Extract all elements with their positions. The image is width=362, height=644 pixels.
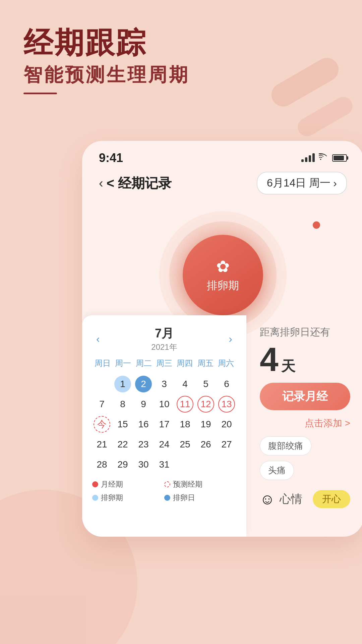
- add-record-link[interactable]: 点击添加 >: [260, 417, 350, 430]
- legend-ovulation-period-dot: [92, 495, 98, 501]
- calendar-year: 2021年: [151, 342, 177, 352]
- weekday-fri: 周五: [195, 355, 216, 371]
- calendar-day[interactable]: 11: [175, 395, 195, 414]
- day-number: 29: [114, 456, 131, 473]
- day-number: 16: [135, 416, 152, 433]
- legend-period-dot: [92, 481, 98, 487]
- day-number: 30: [135, 456, 152, 473]
- calendar-day[interactable]: 10: [155, 395, 174, 414]
- wifi-icon: [319, 153, 328, 163]
- day-number: 1: [114, 376, 131, 392]
- calendar-prev-button[interactable]: ‹: [92, 331, 104, 346]
- day-number: 5: [197, 376, 214, 392]
- day-number: 25: [177, 436, 193, 453]
- calendar-day[interactable]: 2: [134, 375, 153, 393]
- day-number: 24: [156, 436, 173, 453]
- status-icons: [301, 153, 347, 163]
- ovulation-countdown-label: 距离排卵日还有: [260, 325, 350, 339]
- calendar-day[interactable]: 18: [175, 415, 195, 434]
- day-number: 13: [218, 396, 235, 413]
- calendar-next-button[interactable]: ›: [225, 331, 236, 346]
- calendar-day[interactable]: 16: [134, 415, 153, 434]
- calendar-day[interactable]: 19: [196, 415, 216, 434]
- date-selector-button[interactable]: 6月14日 周一 ›: [257, 172, 347, 195]
- day-number: 28: [94, 456, 110, 473]
- calendar-day[interactable]: 20: [217, 415, 236, 434]
- right-info-section: 距离排卵日还有 4 天 记录月经 点击添加 > 腹部绞痛 头痛 ☺ 心情 开心: [246, 315, 362, 537]
- day-number: 今: [94, 416, 110, 433]
- calendar-day[interactable]: 31: [155, 455, 174, 474]
- day-number: 8: [114, 396, 131, 413]
- calendar-day[interactable]: 3: [155, 375, 174, 393]
- mood-section: ☺ 心情 开心: [260, 490, 350, 508]
- cycle-phase-circle[interactable]: ✿ 排卵期: [183, 235, 263, 315]
- calendar-day[interactable]: 17: [155, 415, 174, 434]
- day-number: 21: [94, 436, 110, 453]
- title-main: 经期跟踪: [23, 27, 190, 59]
- nav-bar: ‹ < 经期记录 6月14日 周一 ›: [82, 168, 362, 201]
- calendar-month: 7月: [151, 325, 177, 342]
- calendar-day[interactable]: 26: [196, 435, 216, 454]
- calendar-day[interactable]: 23: [134, 435, 153, 454]
- calendar-day[interactable]: 25: [175, 435, 195, 454]
- header-section: 经期跟踪 智能预测生理周期: [23, 27, 190, 94]
- legend-period-label: 月经期: [101, 479, 123, 489]
- day-number: 4: [177, 376, 193, 392]
- legend-ovulation-day-dot: [164, 495, 170, 501]
- legend-ovulation-period-label: 排卵期: [101, 493, 123, 503]
- day-number: 18: [177, 416, 193, 433]
- days-number: 4: [260, 342, 279, 376]
- weekday-sat: 周六: [216, 355, 236, 371]
- legend-ovulation-day: 排卵日: [164, 493, 236, 503]
- legend-predicted-dot: [164, 481, 170, 487]
- record-period-button[interactable]: 记录月经: [260, 383, 350, 410]
- battery-icon: [332, 154, 347, 162]
- calendar-day[interactable]: 12: [196, 395, 216, 414]
- calendar-day[interactable]: 29: [113, 455, 132, 474]
- mood-label: 心情: [280, 491, 302, 507]
- calendar-day[interactable]: 今: [92, 415, 112, 434]
- calendar-day[interactable]: 6: [217, 375, 236, 393]
- day-number: 15: [114, 416, 131, 433]
- calendar-month-year: 7月 2021年: [151, 325, 177, 353]
- calendar-day[interactable]: 8: [113, 395, 132, 414]
- day-number: 22: [114, 436, 131, 453]
- calendar-day[interactable]: 5: [196, 375, 216, 393]
- day-number: 19: [197, 416, 214, 433]
- calendar-day[interactable]: 22: [113, 435, 132, 454]
- calendar-day[interactable]: 13: [217, 395, 236, 414]
- calendar-day[interactable]: 28: [92, 455, 112, 474]
- back-arrow-icon: ‹: [99, 176, 103, 191]
- day-number: 26: [197, 436, 214, 453]
- calendar-day[interactable]: 7: [92, 395, 112, 414]
- calendar-day[interactable]: 15: [113, 415, 132, 434]
- legend-predicted: 预测经期: [164, 479, 236, 489]
- title-underline: [23, 93, 57, 94]
- calendar-day[interactable]: 30: [134, 455, 153, 474]
- days-unit: 天: [281, 357, 295, 376]
- legend-ovulation-period: 排卵期: [92, 493, 164, 503]
- day-number: 12: [197, 396, 214, 413]
- calendar-day[interactable]: 21: [92, 435, 112, 454]
- calendar-day[interactable]: 9: [134, 395, 153, 414]
- legend-predicted-label: 预测经期: [173, 479, 202, 489]
- calendar-legend: 月经期 预测经期 排卵期 排卵日: [92, 479, 236, 503]
- calendar-day[interactable]: 1: [113, 375, 132, 393]
- calendar-day[interactable]: 24: [155, 435, 174, 454]
- cycle-phase-label: 排卵期: [207, 278, 239, 293]
- calendar-day[interactable]: 27: [217, 435, 236, 454]
- calendar-day[interactable]: 4: [175, 375, 195, 393]
- calendar-section: ‹ 7月 2021年 › 周日 周一 周二 周三 周四 周五 周六 123456…: [82, 315, 246, 537]
- day-number: [94, 376, 110, 392]
- mood-value-tag[interactable]: 开心: [313, 490, 350, 508]
- day-number: 23: [135, 436, 152, 453]
- calendar-day: [92, 375, 112, 393]
- day-number: 10: [156, 396, 173, 413]
- symptom-tag-headache[interactable]: 头痛: [260, 461, 294, 480]
- day-number: 27: [218, 436, 235, 453]
- symptom-tag-cramp[interactable]: 腹部绞痛: [260, 436, 311, 455]
- day-number: 9: [135, 396, 152, 413]
- day-number: 2: [135, 376, 152, 392]
- weekday-sun: 周日: [92, 355, 113, 371]
- nav-back-button[interactable]: ‹ < 经期记录: [99, 174, 172, 193]
